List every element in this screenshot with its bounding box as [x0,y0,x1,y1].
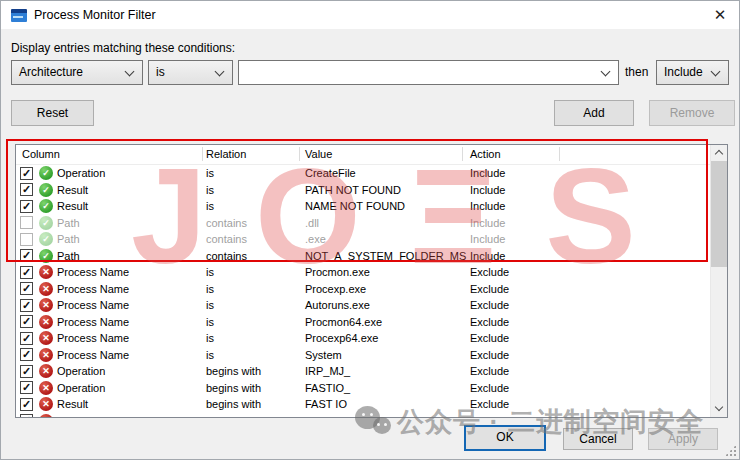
header-action[interactable]: Action [470,148,501,160]
include-icon [39,216,53,230]
row-column: Path [57,217,206,229]
row-action: Exclude [470,283,560,295]
row-column: Result [57,398,206,410]
filter-row[interactable]: Path contains NOT_A_SYSTEM_FOLDER_MS Inc… [16,248,710,265]
row-value: NOT_A_SYSTEM_FOLDER_MS [305,250,470,262]
filter-row[interactable]: Operation is CreateFile Include [16,165,710,182]
row-column: Process Name [57,266,206,278]
apply-button[interactable]: Apply [648,428,718,450]
row-checkbox[interactable] [20,282,33,295]
filter-row[interactable]: Operation begins with IRP_MJ_ Exclude [16,363,710,380]
relation-dropdown[interactable]: is [148,60,233,85]
row-action: Exclude [470,266,560,278]
row-action: Exclude [470,415,560,417]
filter-listview: Column Relation Value Action Operation i… [15,144,728,418]
row-checkbox[interactable] [20,183,33,196]
ok-button[interactable]: OK [464,425,546,451]
row-relation: is [206,200,305,212]
filter-row[interactable]: Process Name is Procexp.exe Exclude [16,281,710,298]
row-relation: is [206,299,305,311]
include-icon [39,166,53,180]
exclude-icon [39,331,53,345]
exclude-icon [39,381,53,395]
row-relation: begins with [206,382,305,394]
vertical-scrollbar[interactable] [710,145,727,417]
row-relation: ends with [206,415,305,417]
exclude-icon [39,298,53,312]
filter-row[interactable]: Path contains .exe Include [16,231,710,248]
row-relation: contains [206,217,305,229]
filter-row[interactable]: Result is PATH NOT FOUND Include [16,182,710,199]
row-relation: begins with [206,398,305,410]
add-button[interactable]: Add [554,100,634,126]
row-checkbox[interactable] [20,200,33,213]
exclude-icon [39,364,53,378]
row-checkbox[interactable] [20,315,33,328]
row-checkbox[interactable] [20,266,33,279]
filter-rows: Operation is CreateFile Include Result i… [16,165,710,417]
filter-row[interactable]: Process Name is Procexp64.exe Exclude [16,330,710,347]
filter-row[interactable]: Process Name is Procmon.exe Exclude [16,264,710,281]
chevron-down-icon [125,67,135,77]
action-dropdown[interactable]: Include [656,60,729,85]
column-dropdown[interactable]: Architecture [11,60,143,85]
row-value: PATH NOT FOUND [305,184,470,196]
header-separator[interactable] [462,147,463,161]
header-value[interactable]: Value [305,148,332,160]
procmon-app-icon [11,9,27,22]
include-icon [39,232,53,246]
exclude-icon [39,315,53,329]
resize-grip[interactable] [725,445,736,456]
header-separator[interactable] [202,147,203,161]
filter-row[interactable]: Result begins with FAST IO Exclude [16,396,710,413]
value-combobox[interactable] [238,60,619,85]
window-title: Process Monitor Filter [34,8,156,22]
cancel-button[interactable]: Cancel [563,428,633,450]
close-icon[interactable]: ✕ [707,4,733,25]
row-relation: contains [206,250,305,262]
action-dropdown-value: Include [664,65,703,79]
row-checkbox[interactable] [20,365,33,378]
reset-button[interactable]: Reset [11,100,94,126]
row-column: Operation [57,365,206,377]
chevron-down-icon [711,67,721,77]
row-checkbox[interactable] [20,332,33,345]
remove-button[interactable]: Remove [649,100,735,126]
filter-row[interactable]: Path ends with pagefile.sys Exclude [16,413,710,418]
row-column: Path [57,233,206,245]
scroll-down-icon[interactable] [711,401,728,417]
row-checkbox[interactable] [20,299,33,312]
filter-row[interactable]: Result is NAME NOT FOUND Include [16,198,710,215]
filter-row[interactable]: Operation begins with FASTIO_ Exclude [16,380,710,397]
row-checkbox[interactable] [20,398,33,411]
row-value: .exe [305,233,470,245]
header-separator[interactable] [299,147,300,161]
row-column: Operation [57,382,206,394]
row-value: NAME NOT FOUND [305,200,470,212]
header-separator[interactable] [559,147,560,161]
header-relation[interactable]: Relation [206,148,246,160]
filter-row[interactable]: Process Name is System Exclude [16,347,710,364]
filter-row[interactable]: Process Name is Procmon64.exe Exclude [16,314,710,331]
row-checkbox[interactable] [20,414,33,417]
filter-row[interactable]: Path contains .dll Include [16,215,710,232]
row-checkbox[interactable] [20,233,33,246]
row-checkbox[interactable] [20,381,33,394]
header-column[interactable]: Column [22,148,60,160]
row-column: Result [57,200,206,212]
titlebar: Process Monitor Filter ✕ [1,1,739,29]
row-checkbox[interactable] [20,348,33,361]
scroll-up-icon[interactable] [711,145,728,161]
row-checkbox[interactable] [20,216,33,229]
row-value: FAST IO [305,398,470,410]
row-relation: is [206,349,305,361]
row-value: pagefile.sys [305,415,470,417]
row-checkbox[interactable] [20,249,33,262]
row-checkbox[interactable] [20,167,33,180]
chevron-down-icon [215,67,225,77]
scrollbar-thumb[interactable] [711,161,728,267]
filter-row[interactable]: Process Name is Autoruns.exe Exclude [16,297,710,314]
row-relation: is [206,316,305,328]
process-monitor-filter-dialog: Process Monitor Filter ✕ Display entries… [0,0,740,460]
row-column: Path [57,415,206,417]
